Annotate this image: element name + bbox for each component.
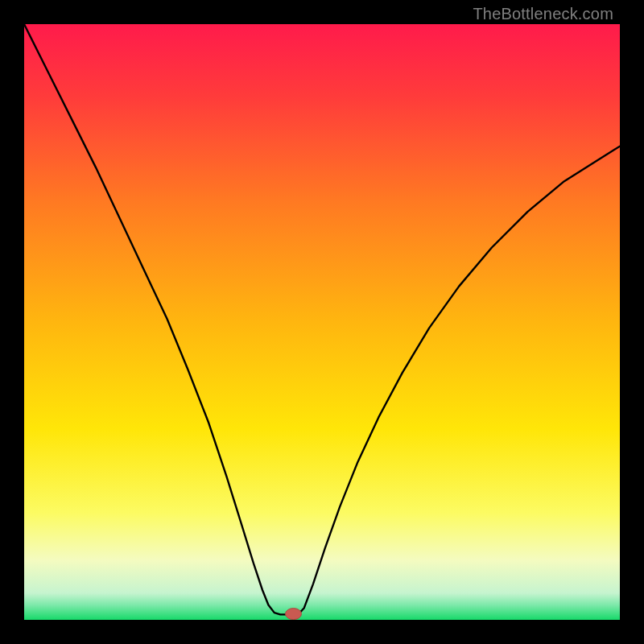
chart-frame: TheBottleneck.com (0, 0, 644, 644)
watermark-text: TheBottleneck.com (473, 5, 613, 23)
bottleneck-chart (24, 24, 620, 620)
optimal-marker (285, 609, 301, 620)
plot-background (24, 24, 620, 620)
